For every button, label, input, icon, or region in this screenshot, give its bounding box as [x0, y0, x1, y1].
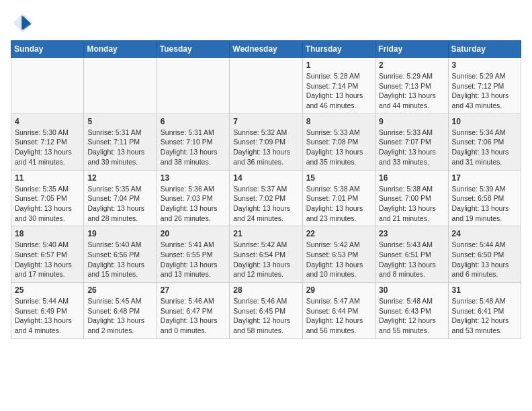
day-info: Sunrise: 5:44 AMSunset: 6:50 PMDaylight:…	[452, 240, 517, 279]
day-info: Sunrise: 5:39 AMSunset: 6:58 PMDaylight:…	[452, 184, 517, 224]
day-number: 12	[87, 173, 152, 183]
logo	[11, 11, 38, 35]
day-info: Sunrise: 5:43 AMSunset: 6:51 PMDaylight:…	[379, 240, 444, 279]
day-info: Sunrise: 5:40 AMSunset: 6:57 PMDaylight:…	[15, 240, 80, 279]
calendar-cell-w2-d2: 6Sunrise: 5:31 AMSunset: 7:10 PMDaylight…	[157, 113, 229, 170]
day-info: Sunrise: 5:42 AMSunset: 6:54 PMDaylight:…	[233, 240, 298, 279]
day-info: Sunrise: 5:35 AMSunset: 7:05 PMDaylight:…	[15, 184, 80, 224]
calendar-header: SundayMondayTuesdayWednesdayThursdayFrid…	[11, 41, 521, 58]
page-header	[11, 11, 521, 35]
calendar-cell-w5-d3: 28Sunrise: 5:46 AMSunset: 6:45 PMDayligh…	[230, 283, 302, 339]
day-info: Sunrise: 5:36 AMSunset: 7:03 PMDaylight:…	[161, 184, 226, 224]
calendar-cell-w4-d1: 19Sunrise: 5:40 AMSunset: 6:56 PMDayligh…	[84, 226, 157, 283]
calendar-cell-w5-d1: 26Sunrise: 5:45 AMSunset: 6:48 PMDayligh…	[84, 283, 157, 339]
weekday-thursday: Thursday	[302, 41, 375, 58]
calendar-cell-w1-d4: 1Sunrise: 5:28 AMSunset: 7:14 PMDaylight…	[302, 58, 375, 114]
day-number: 8	[306, 117, 371, 126]
day-number: 1	[306, 60, 371, 70]
day-info: Sunrise: 5:38 AMSunset: 7:00 PMDaylight:…	[379, 184, 444, 224]
calendar-body: 1Sunrise: 5:28 AMSunset: 7:14 PMDaylight…	[11, 58, 521, 339]
calendar-cell-w2-d1: 5Sunrise: 5:31 AMSunset: 7:11 PMDaylight…	[84, 113, 157, 170]
weekday-sunday: Sunday	[11, 41, 84, 58]
calendar-cell-w3-d0: 11Sunrise: 5:35 AMSunset: 7:05 PMDayligh…	[11, 170, 84, 226]
day-number: 24	[452, 229, 517, 238]
logo-icon	[11, 11, 35, 35]
day-number: 14	[233, 173, 298, 183]
day-info: Sunrise: 5:42 AMSunset: 6:53 PMDaylight:…	[306, 240, 371, 279]
day-info: Sunrise: 5:44 AMSunset: 6:49 PMDaylight:…	[15, 296, 80, 336]
calendar-cell-w2-d3: 7Sunrise: 5:32 AMSunset: 7:09 PMDaylight…	[230, 113, 302, 170]
week-row-4: 18Sunrise: 5:40 AMSunset: 6:57 PMDayligh…	[11, 226, 521, 283]
day-info: Sunrise: 5:46 AMSunset: 6:45 PMDaylight:…	[233, 296, 298, 336]
day-number: 26	[87, 285, 152, 295]
calendar-cell-w3-d5: 16Sunrise: 5:38 AMSunset: 7:00 PMDayligh…	[375, 170, 448, 226]
day-info: Sunrise: 5:29 AMSunset: 7:13 PMDaylight:…	[379, 71, 444, 111]
day-info: Sunrise: 5:32 AMSunset: 7:09 PMDaylight:…	[233, 128, 298, 167]
weekday-saturday: Saturday	[448, 41, 521, 58]
calendar-cell-w1-d0	[11, 58, 84, 114]
week-row-3: 11Sunrise: 5:35 AMSunset: 7:05 PMDayligh…	[11, 170, 521, 226]
calendar-cell-w4-d5: 23Sunrise: 5:43 AMSunset: 6:51 PMDayligh…	[375, 226, 448, 283]
day-info: Sunrise: 5:31 AMSunset: 7:10 PMDaylight:…	[161, 128, 226, 167]
calendar-cell-w5-d4: 29Sunrise: 5:47 AMSunset: 6:44 PMDayligh…	[302, 283, 375, 339]
calendar-cell-w4-d2: 20Sunrise: 5:41 AMSunset: 6:55 PMDayligh…	[157, 226, 229, 283]
calendar-cell-w1-d2	[157, 58, 229, 114]
day-info: Sunrise: 5:33 AMSunset: 7:08 PMDaylight:…	[306, 128, 371, 167]
day-info: Sunrise: 5:29 AMSunset: 7:12 PMDaylight:…	[452, 71, 517, 111]
day-info: Sunrise: 5:47 AMSunset: 6:44 PMDaylight:…	[306, 296, 371, 336]
weekday-tuesday: Tuesday	[157, 41, 229, 58]
day-number: 30	[379, 285, 444, 295]
calendar-cell-w2-d4: 8Sunrise: 5:33 AMSunset: 7:08 PMDaylight…	[302, 113, 375, 170]
day-info: Sunrise: 5:45 AMSunset: 6:48 PMDaylight:…	[87, 296, 152, 336]
weekday-friday: Friday	[375, 41, 448, 58]
day-info: Sunrise: 5:46 AMSunset: 6:47 PMDaylight:…	[161, 296, 226, 336]
calendar: SundayMondayTuesdayWednesdayThursdayFrid…	[11, 40, 521, 339]
day-number: 19	[87, 229, 152, 238]
weekday-monday: Monday	[84, 41, 157, 58]
calendar-cell-w1-d1	[84, 58, 157, 114]
day-number: 29	[306, 285, 371, 295]
calendar-cell-w1-d3	[230, 58, 302, 114]
day-number: 21	[233, 229, 298, 238]
calendar-cell-w3-d2: 13Sunrise: 5:36 AMSunset: 7:03 PMDayligh…	[157, 170, 229, 226]
day-number: 2	[379, 60, 444, 70]
calendar-cell-w1-d6: 3Sunrise: 5:29 AMSunset: 7:12 PMDaylight…	[448, 58, 521, 114]
day-number: 4	[15, 117, 80, 126]
day-info: Sunrise: 5:40 AMSunset: 6:56 PMDaylight:…	[87, 240, 152, 279]
week-row-1: 1Sunrise: 5:28 AMSunset: 7:14 PMDaylight…	[11, 58, 521, 114]
day-info: Sunrise: 5:38 AMSunset: 7:01 PMDaylight:…	[306, 184, 371, 224]
calendar-cell-w3-d3: 14Sunrise: 5:37 AMSunset: 7:02 PMDayligh…	[230, 170, 302, 226]
day-info: Sunrise: 5:31 AMSunset: 7:11 PMDaylight:…	[87, 128, 152, 167]
day-number: 6	[161, 117, 226, 126]
day-number: 11	[15, 173, 80, 183]
day-info: Sunrise: 5:34 AMSunset: 7:06 PMDaylight:…	[452, 128, 517, 167]
calendar-cell-w4-d3: 21Sunrise: 5:42 AMSunset: 6:54 PMDayligh…	[230, 226, 302, 283]
calendar-cell-w5-d0: 25Sunrise: 5:44 AMSunset: 6:49 PMDayligh…	[11, 283, 84, 339]
calendar-cell-w5-d2: 27Sunrise: 5:46 AMSunset: 6:47 PMDayligh…	[157, 283, 229, 339]
day-info: Sunrise: 5:48 AMSunset: 6:41 PMDaylight:…	[452, 296, 517, 336]
day-info: Sunrise: 5:37 AMSunset: 7:02 PMDaylight:…	[233, 184, 298, 224]
calendar-cell-w3-d4: 15Sunrise: 5:38 AMSunset: 7:01 PMDayligh…	[302, 170, 375, 226]
day-number: 18	[15, 229, 80, 238]
week-row-2: 4Sunrise: 5:30 AMSunset: 7:12 PMDaylight…	[11, 113, 521, 170]
day-number: 13	[161, 173, 226, 183]
day-number: 20	[161, 229, 226, 238]
day-info: Sunrise: 5:30 AMSunset: 7:12 PMDaylight:…	[15, 128, 80, 167]
calendar-cell-w4-d6: 24Sunrise: 5:44 AMSunset: 6:50 PMDayligh…	[448, 226, 521, 283]
day-number: 3	[452, 60, 517, 70]
day-number: 27	[161, 285, 226, 295]
day-number: 28	[233, 285, 298, 295]
calendar-cell-w4-d0: 18Sunrise: 5:40 AMSunset: 6:57 PMDayligh…	[11, 226, 84, 283]
day-number: 22	[306, 229, 371, 238]
day-number: 31	[452, 285, 517, 295]
calendar-cell-w2-d5: 9Sunrise: 5:33 AMSunset: 7:07 PMDaylight…	[375, 113, 448, 170]
day-number: 15	[306, 173, 371, 183]
day-info: Sunrise: 5:41 AMSunset: 6:55 PMDaylight:…	[161, 240, 226, 279]
day-number: 5	[87, 117, 152, 126]
calendar-cell-w5-d6: 31Sunrise: 5:48 AMSunset: 6:41 PMDayligh…	[448, 283, 521, 339]
day-number: 23	[379, 229, 444, 238]
calendar-cell-w1-d5: 2Sunrise: 5:29 AMSunset: 7:13 PMDaylight…	[375, 58, 448, 114]
calendar-cell-w3-d6: 17Sunrise: 5:39 AMSunset: 6:58 PMDayligh…	[448, 170, 521, 226]
day-info: Sunrise: 5:48 AMSunset: 6:43 PMDaylight:…	[379, 296, 444, 336]
day-number: 25	[15, 285, 80, 295]
